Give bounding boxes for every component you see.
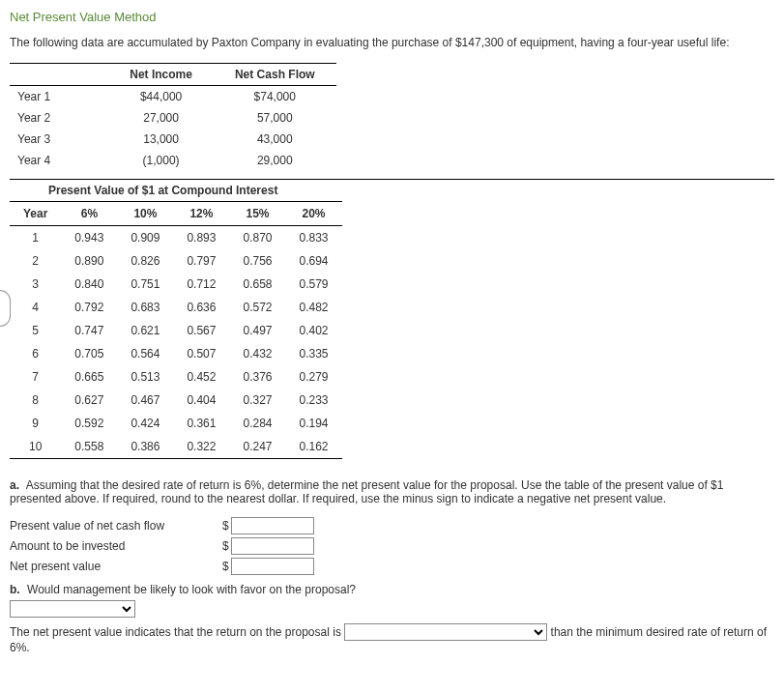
pv-cell: 1 (10, 226, 61, 250)
input-pv-net-cash-flow[interactable] (231, 517, 314, 534)
pv-cell: 0.279 (285, 365, 341, 389)
pv-cell: 0.424 (117, 412, 173, 435)
dollar-sign: $ (222, 539, 229, 553)
sentence-row: The net present value indicates that the… (10, 623, 774, 654)
pv-cell: 0.572 (229, 296, 285, 319)
pv-cell: 6 (10, 342, 61, 365)
pv-cell: 0.833 (285, 226, 341, 250)
cash-cell: 57,000 (214, 107, 336, 129)
pv-cell: 0.452 (173, 365, 229, 389)
income-cell: $44,000 (108, 86, 214, 108)
pv-col-20: 20% (285, 202, 341, 226)
year-label: Year 2 (10, 107, 108, 129)
pv-cell: 0.579 (285, 273, 341, 296)
income-cashflow-table: Net Income Net Cash Flow Year 1 $44,000 … (10, 63, 336, 171)
pv-factor-table: Year 6% 10% 12% 15% 20% 10.9430.9090.893… (10, 201, 342, 459)
pv-cell: 0.322 (173, 435, 229, 459)
answer-row-npv: Net present value $ (10, 558, 774, 575)
answer-row-pv: Present value of net cash flow $ (10, 517, 774, 534)
pv-cell: 0.564 (117, 342, 173, 365)
pv-cell: 0.893 (173, 226, 229, 250)
pv-cell: 2 (10, 249, 61, 273)
year-label: Year 1 (10, 86, 108, 108)
table-row: 50.7470.6210.5670.4970.402 (10, 319, 342, 342)
pv-col-10: 10% (117, 202, 173, 226)
pv-cell: 0.592 (61, 412, 117, 435)
pv-cell: 0.756 (229, 249, 285, 273)
pv-cell: 0.284 (229, 412, 285, 435)
table-row: Year 2 27,000 57,000 (10, 107, 336, 129)
pv-cell: 5 (10, 319, 61, 342)
question-a: a. Assuming that the desired rate of ret… (10, 478, 774, 505)
pv-cell: 0.705 (61, 342, 117, 365)
col-net-income: Net Income (108, 64, 214, 86)
pv-col-6: 6% (61, 202, 117, 226)
pv-cell: 0.792 (61, 296, 117, 319)
sentence-pre: The net present value indicates that the… (10, 625, 344, 639)
pv-cell: 0.694 (285, 249, 341, 273)
side-tab-handle[interactable] (0, 290, 11, 327)
input-amount-invested[interactable] (231, 537, 314, 555)
input-npv[interactable] (231, 558, 314, 575)
pv-col-15: 15% (229, 202, 285, 226)
pv-heading: Present Value of $1 at Compound Interest (10, 179, 774, 201)
year-label: Year 3 (10, 129, 108, 150)
pv-col-year: Year (10, 202, 61, 226)
pv-cell: 0.194 (285, 412, 341, 435)
pv-cell: 0.683 (117, 296, 173, 319)
table-row: 80.6270.4670.4040.3270.233 (10, 389, 342, 412)
page-title: Net Present Value Method (10, 10, 774, 24)
table-row: Year 3 13,000 43,000 (10, 129, 336, 150)
pv-cell: 0.665 (61, 365, 117, 389)
pv-cell: 0.567 (173, 319, 229, 342)
pv-cell: 0.247 (229, 435, 285, 459)
cash-cell: 29,000 (214, 150, 336, 171)
pv-cell: 0.909 (117, 226, 173, 250)
pv-cell: 8 (10, 389, 61, 412)
answer-label-npv: Net present value (10, 560, 222, 573)
income-cell: 27,000 (108, 107, 214, 129)
table-row: 10.9430.9090.8930.8700.833 (10, 226, 342, 250)
pv-cell: 0.162 (285, 435, 341, 459)
year-label: Year 4 (10, 150, 108, 171)
pv-cell: 0.636 (173, 296, 229, 319)
pv-cell: 0.797 (173, 249, 229, 273)
pv-cell: 0.507 (173, 342, 229, 365)
answer-label-amount: Amount to be invested (10, 539, 222, 553)
pv-cell: 0.432 (229, 342, 285, 365)
qb-text: Would management be likely to look with … (27, 583, 356, 596)
pv-cell: 3 (10, 273, 61, 296)
cash-cell: $74,000 (214, 86, 336, 108)
pv-cell: 9 (10, 412, 61, 435)
pv-cell: 0.335 (285, 342, 341, 365)
pv-cell: 0.747 (61, 319, 117, 342)
answer-label-pv: Present value of net cash flow (10, 519, 222, 533)
intro-text: The following data are accumulated by Pa… (10, 36, 774, 49)
pv-cell: 4 (10, 296, 61, 319)
table-row: 60.7050.5640.5070.4320.335 (10, 342, 342, 365)
income-cell: 13,000 (108, 129, 214, 150)
pv-cell: 0.826 (117, 249, 173, 273)
pv-cell: 0.558 (61, 435, 117, 459)
pv-cell: 0.467 (117, 389, 173, 412)
select-comparison[interactable] (344, 623, 547, 641)
pv-cell: 0.376 (229, 365, 285, 389)
dollar-sign: $ (222, 560, 229, 573)
pv-cell: 0.751 (117, 273, 173, 296)
pv-cell: 0.513 (117, 365, 173, 389)
qa-text: Assuming that the desired rate of return… (10, 478, 723, 505)
pv-col-12: 12% (173, 202, 229, 226)
pv-cell: 0.621 (117, 319, 173, 342)
table-row: 40.7920.6830.6360.5720.482 (10, 296, 342, 319)
pv-cell: 0.943 (61, 226, 117, 250)
table-row: 30.8400.7510.7120.6580.579 (10, 273, 342, 296)
col-blank (10, 64, 108, 86)
table-row: Year 1 $44,000 $74,000 (10, 86, 336, 108)
pv-cell: 0.386 (117, 435, 173, 459)
select-favor[interactable] (10, 600, 135, 618)
qb-label: b. (10, 583, 20, 596)
table-row: 20.8900.8260.7970.7560.694 (10, 249, 342, 273)
pv-cell: 0.233 (285, 389, 341, 412)
col-net-cash-flow: Net Cash Flow (214, 64, 336, 86)
pv-cell: 0.482 (285, 296, 341, 319)
